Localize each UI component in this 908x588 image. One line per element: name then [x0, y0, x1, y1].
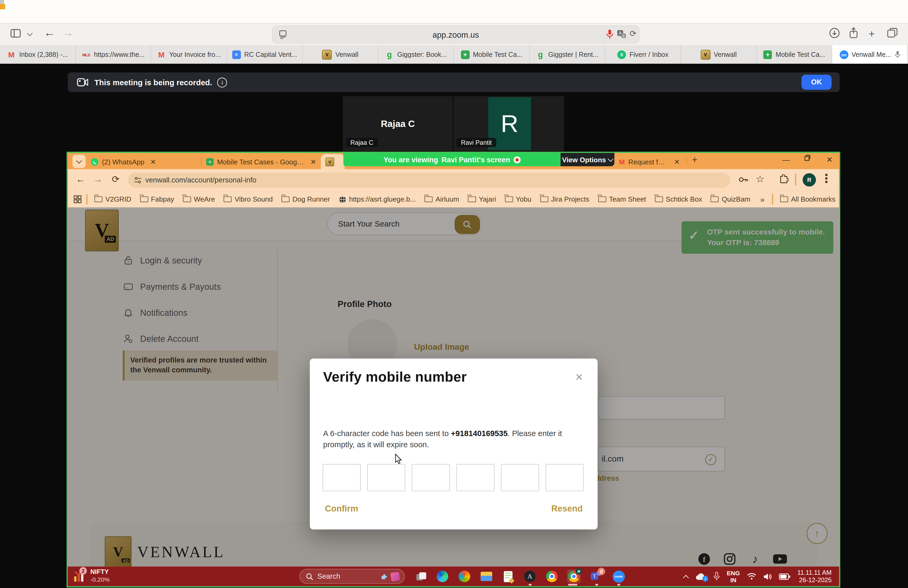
bookmark-folder-yobu[interactable]: Yobu: [505, 195, 531, 203]
maximize-icon[interactable]: [805, 155, 811, 161]
copilot-icon[interactable]: [457, 569, 471, 583]
chrome-profile-icon-active[interactable]: R: [567, 569, 581, 583]
tab-close-icon[interactable]: ✕: [674, 158, 680, 166]
info-icon[interactable]: i: [217, 77, 227, 87]
modal-close-icon[interactable]: ✕: [575, 371, 583, 383]
minimize-icon[interactable]: —: [782, 155, 790, 164]
mic-tray-icon[interactable]: [713, 572, 720, 581]
clock[interactable]: 11.11.11 AM26-12-2025: [797, 569, 832, 584]
chrome-address-bar[interactable]: venwall.com/account/personal-info: [128, 172, 730, 188]
bookmark-folder-airluum[interactable]: Airluum: [425, 195, 459, 203]
tab-close-icon[interactable]: ✕: [311, 158, 316, 166]
back-icon[interactable]: ←: [44, 27, 55, 39]
site-settings-icon[interactable]: [133, 176, 143, 185]
safari-tab-mobile-test-2[interactable]: +Mobile Test Ca...: [757, 45, 832, 64]
zoom-app-icon[interactable]: zoom: [612, 569, 625, 583]
share-icon[interactable]: [849, 27, 858, 38]
reload-icon[interactable]: ⟳: [629, 29, 636, 38]
safari-tab-invoice[interactable]: MYour Invoice fro...: [151, 45, 227, 64]
downloads-icon[interactable]: [829, 28, 839, 38]
safari-tab-fiverr[interactable]: fiFiverr / Inbox: [605, 45, 681, 64]
ok-button[interactable]: OK: [802, 75, 832, 90]
bookmark-folder-yajari[interactable]: Yajari: [468, 195, 496, 203]
new-tab-icon[interactable]: +: [869, 28, 875, 40]
microphone-icon[interactable]: [606, 29, 613, 39]
chrome-tab-whatsapp[interactable]: (2) WhatsApp✕: [87, 155, 200, 169]
bookmark-folder-jira-projects[interactable]: Jira Projects: [540, 195, 589, 203]
app-a-icon[interactable]: A: [523, 569, 537, 583]
otp-input-6[interactable]: [546, 464, 584, 491]
sidebar-chevron-icon[interactable]: [27, 31, 33, 36]
safari-tab-inbox[interactable]: MInbox (2,388) -...: [0, 45, 76, 64]
start-button[interactable]: [280, 571, 293, 585]
file-explorer-icon[interactable]: [480, 569, 493, 583]
bookmark-folder-vibro-sound[interactable]: Vibro Sound: [224, 195, 273, 203]
battery-icon[interactable]: [779, 573, 790, 580]
safari-address-bar[interactable]: app.zoom.us A文 ⟳: [272, 26, 639, 43]
bookmark-folder-quizbam[interactable]: QuizBam: [711, 195, 750, 203]
safari-tab-giggster-book[interactable]: gGiggster: Book...: [378, 45, 454, 64]
volume-icon[interactable]: [763, 573, 772, 580]
sidebar-toggle-icon[interactable]: [10, 29, 21, 38]
chrome-tab-gmail[interactable]: M Request for Half-Day Leave - ra✕: [616, 155, 683, 169]
chrome-menu-icon[interactable]: [825, 174, 827, 183]
chrome-tab-venwall-active[interactable]: V: [321, 154, 345, 169]
resend-button[interactable]: Resend: [551, 503, 583, 513]
confirm-button[interactable]: Confirm: [325, 503, 358, 513]
translate-icon[interactable]: A文: [617, 29, 626, 39]
safari-tab-giggster-rent[interactable]: gGiggster | Rent...: [530, 45, 605, 64]
view-options-button[interactable]: View Options: [560, 153, 614, 166]
chrome-icon[interactable]: [545, 569, 559, 583]
close-icon[interactable]: ✕: [826, 155, 832, 164]
bookmark-folder-fabpay[interactable]: Fabpay: [140, 195, 174, 203]
tab-close-icon[interactable]: ✕: [150, 158, 156, 166]
forward-icon[interactable]: →: [93, 174, 103, 185]
otp-input-4[interactable]: [456, 464, 494, 491]
chrome-profile-avatar[interactable]: R: [803, 173, 816, 187]
wifi-icon[interactable]: [747, 573, 756, 580]
modal-title: Verify mobile number: [323, 369, 467, 385]
bookmark-folder-weare[interactable]: WeAre: [183, 195, 215, 203]
safari-tab-mobile-test-1[interactable]: +Mobile Test Ca...: [454, 45, 530, 64]
taskbar-widget-nifty[interactable]: 2 NIFTY -0.20%: [74, 568, 109, 583]
apps-grid-icon[interactable]: [74, 195, 82, 203]
otp-input-5[interactable]: [501, 464, 539, 491]
otp-input-2[interactable]: [367, 464, 406, 491]
tab-search-chevron[interactable]: [72, 155, 86, 168]
otp-input-3[interactable]: [412, 464, 450, 491]
forward-icon[interactable]: →: [63, 27, 74, 39]
safari-tab-venwall-1[interactable]: VVenwall: [303, 45, 378, 64]
participant-tile-rajaa[interactable]: Rajaa C Rajaa C: [343, 96, 454, 151]
safari-tab-rc-capital[interactable]: ≡RC Capital Vent...: [227, 45, 303, 64]
bookmarks-overflow-icon[interactable]: »: [760, 195, 765, 204]
language-indicator[interactable]: ENGIN: [727, 569, 740, 583]
back-icon[interactable]: ←: [76, 174, 85, 185]
extensions-icon[interactable]: [779, 174, 789, 184]
bookmark-folder-dog-runner[interactable]: Dog Runner: [282, 195, 330, 203]
tab-overview-icon[interactable]: [887, 28, 897, 38]
participant-tile-ravi[interactable]: R Ravi Pantit: [454, 96, 564, 151]
tray-expand-icon[interactable]: [683, 575, 689, 581]
taskbar-search[interactable]: Search: [299, 569, 405, 584]
bookmark-star-icon[interactable]: ☆: [756, 173, 765, 185]
task-view-icon[interactable]: [414, 569, 428, 583]
edge-icon[interactable]: [435, 569, 449, 583]
safari-tab-mls[interactable]: MLShttps://www.the...: [76, 45, 151, 64]
reload-icon[interactable]: ⟳: [112, 174, 119, 185]
chrome-tab-sheets[interactable]: + Mobile Test Cases - Google She✕: [203, 155, 320, 169]
reader-icon[interactable]: [279, 30, 287, 39]
all-bookmarks[interactable]: All Bookmarks: [780, 195, 836, 203]
onedrive-icon[interactable]: i: [695, 572, 707, 581]
safari-tab-venwall-meeting-active[interactable]: zmVenwall Me...: [832, 45, 908, 64]
password-key-icon[interactable]: [738, 176, 749, 184]
teams-icon[interactable]: T8: [589, 569, 603, 583]
bookmark-link-asrt[interactable]: https://asrt.gluege.b...: [338, 195, 416, 203]
bookmark-folder-v2grid[interactable]: V2GRID: [95, 195, 131, 203]
search-label: Search: [317, 572, 340, 581]
bookmark-folder-schtick-box[interactable]: Schtick Box: [655, 195, 702, 203]
bookmark-folder-team-sheet[interactable]: Team Sheet: [598, 195, 646, 203]
new-tab-icon[interactable]: +: [692, 155, 697, 165]
safari-tab-venwall-2[interactable]: VVenwall: [681, 45, 757, 64]
otp-input-1[interactable]: [323, 464, 361, 491]
notepad-icon[interactable]: [501, 569, 515, 583]
